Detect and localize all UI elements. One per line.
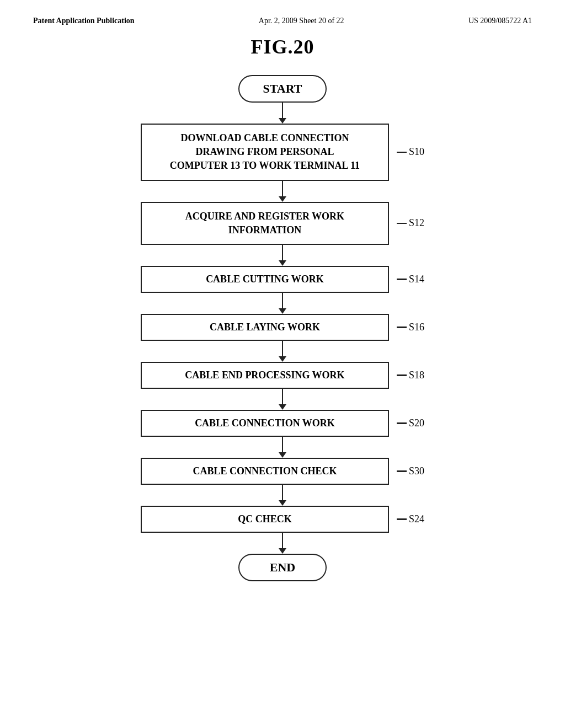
step-num-s12: S12 [409, 217, 424, 229]
node-s10: DOWNLOAD CABLE CONNECTIONDRAWING FROM PE… [141, 124, 389, 181]
step-num-s10: S10 [409, 146, 424, 158]
node-s20: CABLE CONNECTION WORK [141, 410, 389, 437]
arrow-4 [279, 341, 286, 362]
node-s16: CABLE LAYING WORK [141, 314, 389, 341]
header-center: Apr. 2, 2009 Sheet 20 of 22 [259, 17, 344, 25]
node-s18: CABLE END PROCESSING WORK [141, 362, 389, 389]
step-row-s12: ACQUIRE AND REGISTER WORKINFORMATION S12 [141, 202, 424, 245]
flowchart: START DOWNLOAD CABLE CONNECTIONDRAWING F… [33, 75, 532, 581]
step-num-s16: S16 [409, 322, 424, 333]
step-num-s14: S14 [409, 274, 424, 285]
step-label-s24: S24 [397, 513, 424, 525]
step-row-s10: DOWNLOAD CABLE CONNECTIONDRAWING FROM PE… [141, 124, 424, 181]
step-label-s18: S18 [397, 370, 424, 381]
arrow-7 [279, 485, 286, 506]
step-row-s20: CABLE CONNECTION WORK S20 [141, 410, 424, 437]
step-label-s30: S30 [397, 465, 424, 477]
step-num-s30: S30 [409, 465, 424, 477]
arrow-5 [279, 389, 286, 410]
step-row-s24: QC CHECK S24 [141, 506, 424, 533]
arrow-2 [279, 245, 286, 266]
step-num-s24: S24 [409, 513, 424, 525]
fig-title: FIG.20 [33, 35, 532, 58]
step-label-s16: S16 [397, 322, 424, 333]
step-row-s16: CABLE LAYING WORK S16 [141, 314, 424, 341]
step-label-s10: S10 [397, 146, 424, 158]
step-label-s20: S20 [397, 417, 424, 429]
step-label-s12: S12 [397, 217, 424, 229]
arrow-3 [279, 293, 286, 314]
arrow-8 [279, 533, 286, 554]
node-s14: CABLE CUTTING WORK [141, 266, 389, 293]
step-num-s18: S18 [409, 370, 424, 381]
end-node: END [238, 554, 327, 581]
start-node: START [238, 75, 327, 103]
arrow-6 [279, 437, 286, 458]
step-num-s20: S20 [409, 417, 424, 429]
arrow-1 [279, 181, 286, 202]
step-label-s14: S14 [397, 274, 424, 285]
header-left: Patent Application Publication [33, 17, 135, 25]
header-right: US 2009/085722 A1 [468, 17, 532, 25]
page: Patent Application Publication Apr. 2, 2… [0, 0, 565, 728]
step-row-s18: CABLE END PROCESSING WORK S18 [141, 362, 424, 389]
node-s12: ACQUIRE AND REGISTER WORKINFORMATION [141, 202, 389, 245]
node-s30: CABLE CONNECTION CHECK [141, 458, 389, 485]
step-row-s30: CABLE CONNECTION CHECK S30 [141, 458, 424, 485]
arrow-0 [279, 103, 286, 124]
step-row-s14: CABLE CUTTING WORK S14 [141, 266, 424, 293]
node-s24: QC CHECK [141, 506, 389, 533]
header: Patent Application Publication Apr. 2, 2… [33, 17, 532, 25]
